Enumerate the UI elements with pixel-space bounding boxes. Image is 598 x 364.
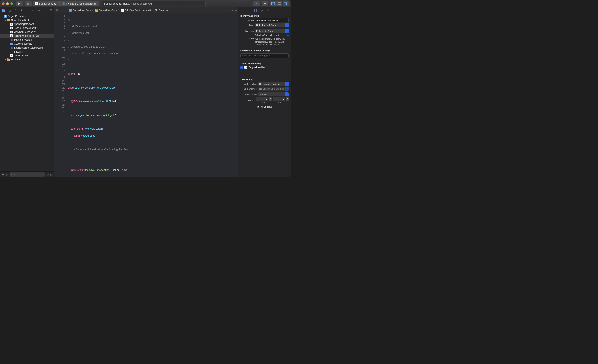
breadcrumb-item[interactable]: ◆ EditViewController.swift [121, 9, 151, 12]
tree-root[interactable]: ▼ SeguePassBack [0, 14, 54, 18]
toggle-navigator-button[interactable] [270, 1, 276, 6]
disclosure-triangle-icon[interactable]: ▼ [1, 15, 3, 17]
indent-width-stepper[interactable]: ▲▼ [286, 97, 289, 101]
report-navigator-tab[interactable]: 💬︎ [50, 9, 52, 12]
svg-rect-11 [5, 15, 6, 17]
name-label: Name [241, 19, 254, 22]
source-control-navigator-tab[interactable]: ◫ [8, 9, 11, 12]
breadcrumb-item[interactable]: SeguePassBack [69, 9, 91, 12]
minimize-window-button[interactable] [6, 2, 9, 5]
indentusing-select[interactable]: Spaces▲▼ [258, 92, 289, 96]
code-review-button[interactable]: ⇄ [262, 1, 268, 6]
history-inspector-tab[interactable]: ◷ [261, 9, 263, 12]
inspector-sidebar: ◷ ?⃝ 🏷︎ Identity and Type Name EditViewC… [238, 8, 291, 177]
indent-width-input[interactable]: 4 [273, 97, 285, 101]
tab-sublabel: Tab [262, 101, 265, 104]
close-window-button[interactable] [2, 2, 5, 5]
reveal-in-finder-button[interactable]: ↗︎ [287, 43, 289, 46]
breadcrumb-item[interactable]: SeguePassBack [95, 9, 117, 12]
iboutlet-connection-icon[interactable] [55, 56, 57, 58]
stop-button[interactable] [25, 1, 32, 6]
navigator-icon [271, 2, 275, 5]
disclosure-triangle-icon[interactable]: ▶ [4, 58, 7, 61]
status-project: SeguePassBack [104, 2, 122, 5]
file-inspector-tab[interactable] [254, 9, 257, 12]
wrap-lines-checkbox[interactable]: ✓ [257, 106, 259, 108]
tree-file[interactable]: ◆ AppDelegate.swift [0, 22, 54, 26]
tree-file[interactable]: ◆ Protocol.swift [0, 54, 54, 57]
zoom-window-button[interactable] [10, 2, 13, 5]
breadcrumb-item[interactable]: No Selection [155, 9, 169, 12]
tree-file-selected[interactable]: ◆ EditViewController.swift [0, 34, 54, 38]
storyboard-file-icon: ▦ [10, 38, 13, 41]
debug-area-icon [278, 2, 281, 5]
main-area: ◫ ⚆ 🔍︎ ⚠︎ ◇ ≡ ⬠ 💬︎ ▼ SeguePassBack ▼ [0, 8, 291, 177]
scheme-selector[interactable]: SeguePassBack 〉 iPhone SE (2nd generatio… [33, 1, 99, 6]
document-icon [254, 9, 257, 12]
recent-filter-icon[interactable]: ◷ [47, 173, 49, 176]
titlebar: SeguePassBack 〉 iPhone SE (2nd generatio… [0, 0, 291, 8]
related-items-button[interactable]: ▦ [56, 8, 58, 12]
name-input[interactable]: EditViewController.swift [255, 18, 289, 22]
tree-group[interactable]: ▼ SeguePassBack [0, 18, 54, 22]
tree-file[interactable]: ◆ ViewController.swift [0, 30, 54, 34]
library-button[interactable]: ＋ [253, 1, 259, 6]
tree-file[interactable]: Assets.xcassets [0, 42, 54, 46]
source-editor[interactable]: 12345 678910 1112131415 1617181920 21222… [54, 13, 238, 177]
folder-icon [7, 18, 10, 22]
plus-icon: ＋ [255, 2, 258, 5]
tree-file[interactable]: ◆ SceneDelegate.swift [0, 26, 54, 30]
target-checkbox[interactable]: ✓ [241, 66, 243, 69]
tree-file[interactable]: ≣ Info.plist [0, 50, 54, 54]
test-navigator-tab[interactable]: ◇ [32, 9, 34, 12]
add-editor-button[interactable]: ⊞ [235, 9, 237, 12]
type-select[interactable]: Default - Swift Source▲▼ [255, 23, 289, 27]
symbol-navigator-tab[interactable]: ⚆ [14, 9, 17, 12]
plist-file-icon: ≣ [10, 50, 13, 53]
tree-file[interactable]: ▦ Main.storyboard [0, 38, 54, 42]
filter-input[interactable] [9, 172, 45, 177]
encoding-label: Text Encoding [241, 83, 257, 85]
folder-icon [2, 9, 5, 12]
project-icon [69, 9, 72, 12]
toggle-debug-button[interactable] [276, 1, 282, 6]
breakpoint-gutter[interactable] [54, 13, 57, 177]
code-content[interactable]: / // EditViewController.swift // SeguePa… [67, 13, 238, 177]
issue-navigator-tab[interactable]: ⚠︎ [26, 9, 28, 12]
scm-filter-icon[interactable]: ▢ [50, 173, 52, 176]
inspector-icon [284, 2, 287, 5]
project-tree[interactable]: ▼ SeguePassBack ▼ SeguePassBack ◆ AppDel… [0, 13, 54, 171]
lineendings-select[interactable]: No Explicit Line Endings▲▼ [258, 87, 289, 91]
tree-products[interactable]: ▶ Products [0, 57, 54, 61]
encoding-select[interactable]: No Explicit Encoding▲▼ [258, 82, 289, 86]
help-inspector-tab[interactable]: ?⃝ [266, 9, 269, 12]
project-navigator-tab[interactable] [2, 9, 5, 12]
navigator-tabs: ◫ ⚆ 🔍︎ ⚠︎ ◇ ≡ ⬠ 💬︎ [0, 8, 54, 13]
tab-width-input[interactable]: 4 [256, 97, 268, 101]
breakpoint-navigator-tab[interactable]: ⬠ [44, 9, 46, 12]
find-navigator-tab[interactable]: 🔍︎ [20, 9, 23, 12]
choose-location-button[interactable]: ▭ [287, 34, 289, 37]
add-button[interactable]: ＋ [2, 173, 4, 176]
disclosure-triangle-icon[interactable]: ▼ [4, 19, 7, 21]
tab-width-stepper[interactable]: ▲▼ [269, 97, 272, 101]
editor-options-button[interactable]: ≡ [231, 9, 233, 12]
forward-button[interactable]: 〉 [65, 8, 67, 12]
chevron-right-icon: 〉 [152, 8, 154, 12]
tree-file-label: Protocol.swift [14, 54, 28, 57]
scheme-device-name: iPhone SE (2nd generation) [66, 2, 97, 5]
line-number-gutter[interactable]: 12345 678910 1112131415 1617181920 21222… [57, 13, 67, 177]
debug-navigator-tab[interactable]: ≡ [38, 9, 40, 12]
svg-rect-3 [64, 2, 65, 5]
ibaction-connection-icon[interactable] [55, 90, 57, 92]
location-select[interactable]: Relative to Group▲▼ [255, 29, 289, 33]
attributes-inspector-tab[interactable]: 🏷︎ [272, 9, 275, 12]
run-button[interactable] [16, 1, 23, 6]
activity-status[interactable]: SeguePassBack : Ready | Today at 2:56 AM [102, 1, 206, 6]
back-button[interactable]: 〈 [60, 8, 63, 12]
filter-scope-icon[interactable]: ◎ [6, 173, 8, 176]
wrap-lines-label: Wrap lines [261, 105, 272, 108]
swift-file-icon: ◆ [10, 54, 13, 57]
toggle-inspector-button[interactable] [282, 1, 289, 6]
tree-file[interactable]: ▦ LaunchScreen.storyboard [0, 46, 54, 50]
